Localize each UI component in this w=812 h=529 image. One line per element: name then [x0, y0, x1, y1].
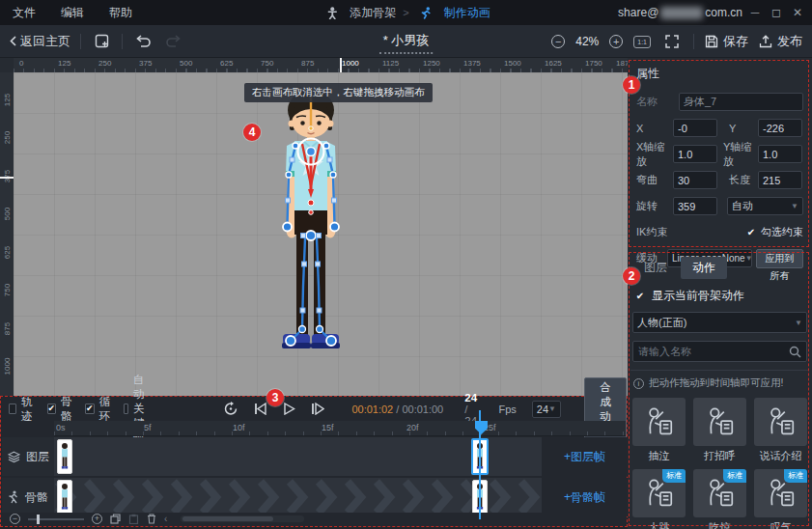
track-zoom-in-button[interactable]: + [92, 514, 102, 524]
menu-bar: 文件 编辑 帮助 添加骨架 > 制作动画 share@com.cn ─ ◻ ✕ [0, 0, 812, 25]
character-with-skeleton[interactable] [243, 86, 378, 376]
drag-hint: i 把动作拖动到时间轴即可应用! [630, 370, 809, 396]
step-make-animation[interactable]: 制作动画 [444, 5, 490, 21]
paste-icon[interactable] [128, 514, 139, 524]
y-field[interactable] [758, 119, 802, 137]
menu-edit[interactable]: 编辑 [48, 0, 97, 25]
info-icon: i [633, 378, 644, 389]
cursor-x-marker [340, 58, 342, 72]
add-layer-frame-button[interactable]: +图层帧 [564, 449, 605, 465]
action-search [632, 341, 807, 362]
account-redacted [660, 7, 703, 19]
back-home-button[interactable]: 返回主页 [10, 33, 70, 50]
layers-icon [8, 451, 20, 463]
add-bone-frame-button[interactable]: +骨骼帧 [564, 489, 605, 506]
zoom-level: 42% [575, 35, 599, 48]
actions-panel: 图层 动作 ✔ 显示当前骨架动作 人物(正面)▼ i 把动作拖动到时间轴即可应用… [630, 255, 809, 529]
bone-track[interactable] [54, 478, 542, 516]
scrollbar-thumb[interactable] [182, 516, 273, 521]
save-button[interactable]: 保存 [705, 33, 748, 50]
track-zoom-slider[interactable] [28, 518, 84, 520]
show-current-skeleton-checkbox[interactable]: ✔ [634, 291, 646, 302]
search-input[interactable] [638, 346, 789, 357]
copy-icon[interactable] [110, 514, 121, 524]
layer-track[interactable] [54, 437, 542, 476]
bend-field[interactable] [673, 171, 717, 189]
right-panel: 属性 名称 X Y X轴缩放 Y轴缩放 弯曲 长度 [628, 58, 812, 529]
standard-badge: 标准 [662, 469, 686, 483]
chevron-left-icon [10, 36, 16, 46]
rotate-mode-select[interactable]: 自动▼ [727, 197, 803, 215]
canvas-tooltip: 右击画布取消选中，右键拖拽移动画布 [244, 83, 433, 102]
name-field[interactable] [679, 93, 803, 111]
replay-button[interactable] [223, 402, 238, 416]
breadcrumb-separator: > [403, 7, 408, 18]
keyframe-thumbnail[interactable] [57, 480, 72, 515]
menu-file[interactable]: 文件 [0, 0, 48, 25]
action-card[interactable]: 标准 叹气 [754, 469, 807, 529]
close-button[interactable]: ✕ [787, 0, 808, 25]
fullscreen-button[interactable] [661, 31, 683, 52]
play-button[interactable] [283, 403, 295, 415]
timeline-scrollbar[interactable] [181, 515, 304, 522]
show-current-skeleton-label: 显示当前骨架动作 [652, 288, 744, 304]
scroll-left-arrow[interactable]: ‹ [164, 514, 167, 524]
zoom-out-button[interactable]: − [551, 35, 565, 48]
xscale-field[interactable] [673, 145, 717, 163]
standard-badge: 标准 [784, 469, 807, 483]
action-preview-icon [643, 405, 676, 438]
xscale-label: X轴缩放 [636, 140, 669, 169]
redo-button[interactable] [163, 31, 184, 52]
vertical-ruler: 125250 375500 625750 8751000 [0, 72, 14, 396]
action-card[interactable]: 说话介绍 [754, 398, 807, 461]
stage-canvas[interactable]: 右击画布取消选中，右键拖拽移动画布 [14, 72, 628, 396]
keyframe-thumbnail[interactable] [57, 439, 72, 474]
properties-title: 属性 [630, 62, 809, 89]
frame-ruler[interactable]: 0s 5f 10f 15f 20f 25f [54, 421, 626, 436]
save-icon [705, 35, 718, 48]
chevron-down-icon: ▼ [791, 202, 798, 210]
y-label: Y [721, 123, 754, 134]
loop-checkbox[interactable]: ✔循环 [85, 395, 112, 424]
action-card[interactable]: 标准 吃惊 [693, 469, 746, 529]
yscale-field[interactable] [758, 145, 802, 163]
actual-size-button[interactable]: 1:1 [633, 36, 651, 48]
track-zoom-out-button[interactable]: − [10, 514, 20, 524]
action-card[interactable]: 标准 大跳 [632, 469, 686, 529]
maximize-button[interactable]: ◻ [766, 0, 787, 25]
actions-grid: 抽泣 打招呼 说话介绍 标准 大跳 标准 吃惊 [630, 396, 809, 529]
new-frame-button[interactable] [91, 31, 112, 52]
step-back-button[interactable] [254, 403, 267, 415]
step-forward-button[interactable] [311, 403, 324, 415]
rotate-field[interactable] [673, 197, 717, 215]
annotation-4: 4 [243, 124, 261, 141]
fps-label: Fps [499, 404, 517, 415]
minimize-button[interactable]: ─ [744, 0, 766, 25]
action-card[interactable]: 打招呼 [693, 398, 746, 461]
x-label: X [636, 123, 669, 134]
publish-button[interactable]: 发布 [759, 33, 802, 50]
menu-help[interactable]: 帮助 [97, 0, 145, 25]
length-field[interactable] [758, 171, 802, 189]
category-select[interactable]: 人物(正面)▼ [632, 312, 807, 333]
timecode: 00:01:02 / 00:01:00 [351, 404, 443, 415]
zoom-in-button[interactable]: + [609, 35, 623, 48]
trash-icon[interactable] [147, 514, 156, 524]
action-card[interactable]: 抽泣 [632, 398, 686, 461]
ik-check-label: 勾选约束 [761, 225, 803, 239]
search-icon[interactable] [789, 346, 801, 358]
chevron-down-icon: ▼ [548, 404, 556, 413]
ik-checkbox[interactable]: ✔ [745, 227, 757, 238]
step-add-skeleton[interactable]: 添加骨架 [350, 5, 396, 21]
document-title: * 小男孩 [379, 32, 434, 54]
x-field[interactable] [673, 119, 717, 137]
trace-checkbox[interactable]: 轨迹 [9, 395, 36, 424]
tab-actions[interactable]: 动作 [681, 257, 727, 279]
bend-label: 弯曲 [636, 173, 669, 187]
timeline-bottom-bar: − + ‹ [2, 513, 626, 525]
bones-checkbox[interactable]: ✔骨骼 [47, 395, 74, 424]
undo-button[interactable] [132, 31, 154, 52]
cursor-y-marker [0, 177, 14, 179]
action-preview-icon [704, 405, 737, 438]
fps-select[interactable]: 24▼ [532, 401, 561, 418]
